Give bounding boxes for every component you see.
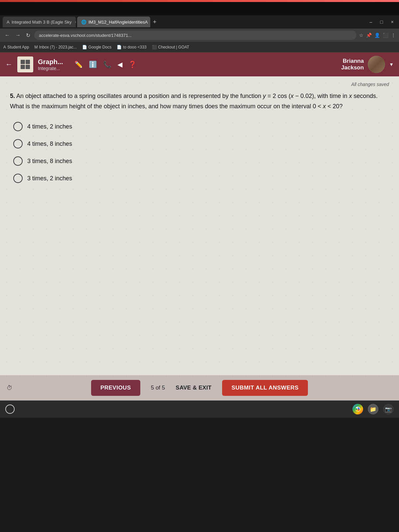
info-icon[interactable]: ℹ️ (89, 60, 97, 68)
phone-icon[interactable]: 📞 (103, 60, 111, 68)
bookmark-student-app[interactable]: A Student App (3, 45, 29, 49)
bookmark-icon-inbox: M (34, 45, 38, 49)
user-dropdown-arrow[interactable]: ▼ (389, 62, 394, 67)
bookmark-inbox[interactable]: M Inbox (7) - 2023.jac... (34, 45, 76, 49)
avatar (368, 56, 385, 73)
address-input[interactable] (34, 31, 356, 40)
avatar-image (368, 56, 385, 73)
back-button[interactable]: ← (3, 31, 11, 40)
radio-c[interactable] (13, 156, 23, 166)
tab-close-math[interactable]: × (75, 20, 76, 24)
close-button[interactable]: × (388, 19, 396, 25)
radio-b[interactable] (13, 139, 23, 148)
pin-icon[interactable]: 📌 (366, 33, 372, 38)
saved-notice: All changes saved (10, 82, 389, 87)
maximize-button[interactable]: □ (377, 19, 385, 25)
header-right: BriannaJackson ▼ (341, 56, 394, 73)
app-logo-box (17, 56, 33, 72)
header-actions: ✏️ ℹ️ 📞 ◀ ❓ (74, 60, 137, 68)
grid-cell-2 (26, 60, 30, 64)
extensions-icon[interactable]: ⬛ (383, 33, 388, 38)
taskbar-icons-right: 📁 📷 (352, 404, 394, 414)
clock-icon: ⏱ (7, 385, 13, 392)
app-content: ← Graph... Integrate... ✏️ ℹ️ 📞 ◀ ❓ Bria… (0, 52, 399, 400)
bookmark-icon-todo: 📄 (117, 45, 122, 49)
tab-icon-math: A (7, 20, 10, 25)
radio-d[interactable] (13, 174, 23, 183)
option-b-label: 4 times, 8 inches (27, 140, 72, 147)
page-indicator: 5 of 5 (151, 385, 165, 391)
taskbar-circle (5, 404, 15, 414)
grid-cell-1 (21, 60, 25, 64)
option-d[interactable]: 3 times, 2 inches (13, 174, 389, 183)
tab-integrated-math[interactable]: A Integrated Math 3 B (Eagle Sky × (3, 17, 76, 27)
save-exit-button[interactable]: SAVE & EXIT (176, 385, 211, 391)
math-x2: x (349, 93, 352, 99)
help-icon[interactable]: ❓ (128, 60, 137, 68)
taskbar-google-icon[interactable] (352, 404, 363, 414)
header-title-area: Graph... Integrate... (38, 58, 63, 71)
bookmark-icon-docs: 📄 (82, 45, 87, 49)
radio-a[interactable] (13, 122, 23, 131)
bookmark-checkout[interactable]: ⬛ Checkout | GOAT (152, 45, 190, 49)
pencil-icon[interactable]: ✏️ (74, 60, 83, 68)
tab-bar: A Integrated Math 3 B (Eagle Sky × 🌐 IM3… (0, 15, 399, 29)
new-tab-button[interactable]: + (153, 19, 157, 26)
taskbar-files-icon[interactable]: 📁 (368, 404, 378, 414)
tab-label-im3: IM3_M12_HalfAngleIdentitiesA (88, 20, 148, 25)
grid-icon (21, 60, 30, 69)
question-number: 5. (10, 93, 15, 99)
browser-chrome: A Integrated Math 3 B (Eagle Sky × 🌐 IM3… (0, 15, 399, 52)
options-list: 4 times, 2 inches 4 times, 8 inches 3 ti… (10, 122, 389, 183)
os-taskbar: 📁 📷 (0, 400, 399, 418)
bookmarks-bar: A Student App M Inbox (7) - 2023.jac... … (0, 42, 399, 52)
bookmark-todo[interactable]: 📄 to dooo <333 (117, 45, 146, 49)
reload-button[interactable]: ↻ (25, 31, 32, 40)
profile-icon[interactable]: 👤 (374, 33, 380, 38)
option-a-label: 4 times, 2 inches (27, 123, 72, 130)
user-name: BriannaJackson (341, 58, 364, 71)
forward-button[interactable]: → (14, 31, 22, 40)
option-a[interactable]: 4 times, 2 inches (13, 122, 389, 131)
math-expression: y (263, 93, 266, 99)
question-area: All changes saved 5. An object attached … (0, 76, 399, 375)
window-controls: – □ × (367, 19, 396, 25)
address-bar: ← → ↻ ☆ 📌 👤 ⬛ ⋮ (0, 29, 399, 42)
grid-cell-4 (26, 65, 30, 69)
bookmark-star-icon[interactable]: ☆ (359, 33, 363, 38)
math-x: x (291, 93, 294, 99)
previous-button[interactable]: PREVIOUS (91, 380, 140, 396)
math-x3: x (323, 103, 326, 110)
bookmark-icon-checkout: ⬛ (152, 45, 157, 49)
option-c[interactable]: 3 times, 8 inches (13, 156, 389, 166)
tab-icon-im3: 🌐 (81, 20, 86, 25)
clock-icon-area: ⏱ (7, 385, 13, 392)
tab-label-math: Integrated Math 3 B (Eagle Sky (12, 20, 72, 25)
grid-cell-3 (21, 65, 25, 69)
address-icons: ☆ 📌 👤 ⬛ ⋮ (359, 33, 396, 38)
send-icon[interactable]: ◀ (117, 60, 122, 68)
submit-all-button[interactable]: SUBMIT ALL ANSWERS (222, 380, 308, 396)
bookmark-google-docs[interactable]: 📄 Google Docs (82, 45, 111, 49)
minimize-button[interactable]: – (367, 19, 375, 25)
menu-icon[interactable]: ⋮ (391, 33, 396, 38)
option-b[interactable]: 4 times, 8 inches (13, 139, 389, 148)
tab-im3-active[interactable]: 🌐 IM3_M12_HalfAngleIdentitiesA × (77, 17, 150, 27)
bottom-bar: ⏱ PREVIOUS 5 of 5 SAVE & EXIT SUBMIT ALL… (0, 375, 399, 400)
app-back-button[interactable]: ← (5, 60, 13, 69)
option-c-label: 3 times, 8 inches (27, 158, 72, 165)
header-title: Graph... (38, 58, 63, 66)
option-d-label: 3 times, 2 inches (27, 175, 72, 182)
app-header: ← Graph... Integrate... ✏️ ℹ️ 📞 ◀ ❓ Bria… (0, 52, 399, 76)
top-bar (0, 2, 399, 15)
taskbar-cam-icon[interactable]: 📷 (383, 404, 394, 414)
bookmark-icon-student: A (3, 45, 6, 49)
question-text: 5. An object attached to a spring oscill… (10, 91, 389, 111)
header-subtitle: Integrate... (38, 66, 63, 71)
